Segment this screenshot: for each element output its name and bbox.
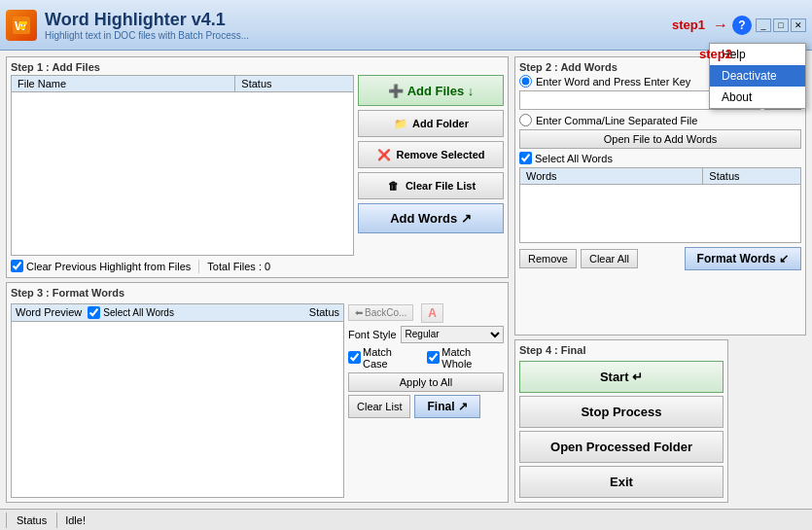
font-style-row: Font Style Regular Bold Italic	[348, 326, 504, 343]
font-style-label: Font Style	[348, 329, 397, 340]
step1-footer: Clear Previous Highlight from Files Tota…	[11, 260, 504, 273]
radio2-row: Enter Comma/Line Separated File	[519, 114, 801, 126]
clear-highlight-checkbox[interactable]	[11, 260, 23, 272]
file-buttons: ➕ Add Files ↓ 📁 Add Folder ❌ Remove Sele…	[358, 75, 504, 256]
open-processed-folder-button[interactable]: Open Processed Folder	[519, 431, 724, 463]
radio1-label: Enter Word and Press Enter Key	[536, 76, 690, 88]
window-buttons: _ □ ✕	[756, 18, 806, 32]
add-words-label: Add Words ↗	[390, 211, 472, 226]
font-color-icon: A	[428, 306, 437, 320]
exit-button[interactable]: Exit	[519, 466, 724, 498]
status-col: Status	[309, 306, 339, 318]
menu-item-about[interactable]: About	[710, 87, 805, 108]
back-color-label: BackCo...	[365, 307, 406, 318]
wp-header: Word Preview Select All Words Status	[11, 303, 344, 322]
select-all-words-cb[interactable]	[519, 152, 532, 164]
file-table-header: File Name Status	[11, 75, 354, 92]
match-whole-label[interactable]: Match Whole	[427, 346, 504, 370]
final-button[interactable]: Final ↗	[414, 395, 479, 418]
select-all-words-checkbox[interactable]	[88, 306, 100, 319]
step4-box: Step 4 : Final Start ↵ Stop Process Open…	[514, 339, 728, 503]
open-processed-folder-label: Open Processed Folder	[550, 440, 692, 454]
apply-to-all-button[interactable]: Apply to All	[348, 372, 504, 392]
title-right: step1 → ? _ □ ✕ Help Deactivate About st…	[672, 16, 806, 35]
font-color-button[interactable]: A	[421, 303, 443, 323]
main-content: Step 1 : Add Files File Name Status ➕ Ad…	[0, 51, 812, 509]
remove-selected-button[interactable]: ❌ Remove Selected	[358, 141, 504, 168]
file-table: File Name Status ➕ Add Files ↓ 📁 Add Fol…	[11, 75, 504, 256]
remove-selected-label: Remove Selected	[396, 149, 484, 160]
clear-all-label: Clear All	[589, 253, 629, 265]
format-controls: ⬅ BackCo... A Font Style Regular Bold	[348, 303, 504, 499]
add-words-button[interactable]: Add Words ↗	[358, 203, 504, 233]
words-footer: Remove Clear All Format Words ↙	[519, 247, 801, 270]
idle-text: Idle!	[57, 512, 93, 528]
file-status-header: Status	[235, 76, 353, 91]
menu-item-deactivate[interactable]: Deactivate	[710, 65, 805, 87]
color-row: ⬅ BackCo... A	[348, 303, 504, 323]
title-bar: W Word Highlighter v4.1 Highlight text i…	[0, 0, 812, 51]
step1-box: Step 1 : Add Files File Name Status ➕ Ad…	[6, 56, 509, 278]
step3-footer: Clear List Final ↗	[348, 395, 504, 418]
step1-label: step1	[672, 18, 705, 32]
back-color-button[interactable]: ⬅ BackCo...	[348, 304, 413, 321]
select-all-words-label[interactable]: Select All Words	[88, 306, 174, 319]
select-all-words-text: Select All Words	[103, 307, 174, 318]
maximize-button[interactable]: □	[773, 18, 789, 32]
file-table-body[interactable]	[11, 92, 354, 256]
help-button[interactable]: ?	[732, 16, 752, 35]
open-file-label: Open File to Add Words	[604, 133, 718, 145]
stop-process-label: Stop Process	[581, 405, 661, 419]
clear-all-button[interactable]: Clear All	[581, 249, 638, 268]
title-left: W Word Highlighter v4.1 Highlight text i…	[6, 10, 249, 41]
file-name-header: File Name	[12, 76, 235, 91]
words-table-header: Words Status	[519, 167, 801, 185]
add-files-icon: ➕	[388, 83, 404, 98]
step3-box: Step 3 : Format Words Word Preview Selec…	[6, 282, 509, 504]
add-files-label: Add Files ↓	[407, 84, 475, 98]
match-case-row: Match Case Match Whole	[348, 346, 504, 370]
arrow-right-icon: →	[713, 17, 728, 34]
exit-label: Exit	[610, 475, 633, 489]
radio2-label: Enter Comma/Line Separated File	[536, 115, 697, 126]
clear-icon: 🗑	[386, 178, 402, 194]
format-words-button[interactable]: Format Words ↙	[685, 247, 801, 270]
open-file-button[interactable]: Open File to Add Words	[519, 129, 801, 149]
words-col-header: Words	[520, 168, 703, 184]
clear-highlight-checkbox-label[interactable]: Clear Previous Highlight from Files	[11, 260, 191, 272]
add-folder-button[interactable]: 📁 Add Folder	[358, 110, 504, 137]
clear-file-list-button[interactable]: 🗑 Clear File List	[358, 172, 504, 199]
words-table-body[interactable]	[519, 185, 801, 243]
remove-icon: ❌	[376, 147, 392, 162]
close-button[interactable]: ✕	[791, 18, 806, 32]
app-subtitle: Highlight text in DOC files with Batch P…	[45, 30, 249, 41]
stop-process-button[interactable]: Stop Process	[519, 396, 724, 428]
app-icon: W	[6, 10, 37, 41]
status-tab[interactable]: Status	[6, 512, 57, 528]
footer-divider	[198, 260, 199, 273]
add-files-button[interactable]: ➕ Add Files ↓	[358, 75, 504, 106]
start-button[interactable]: Start ↵	[519, 361, 724, 393]
wp-body[interactable]	[11, 322, 344, 499]
match-case-checkbox[interactable]	[348, 351, 361, 364]
format-words-label: Format Words ↙	[697, 252, 789, 265]
radio-enter-word[interactable]	[519, 75, 532, 88]
font-style-select[interactable]: Regular Bold Italic	[401, 326, 504, 343]
words-status-header: Status	[703, 168, 800, 184]
select-all-words-row[interactable]: Select All Words	[519, 152, 801, 164]
match-whole-text: Match Whole	[441, 346, 504, 370]
minimize-button[interactable]: _	[756, 18, 771, 32]
right-panel: Step 2 : Add Words Enter Word and Press …	[514, 56, 806, 503]
title-text-block: Word Highlighter v4.1 Highlight text in …	[45, 10, 249, 41]
step3-title: Step 3 : Format Words	[11, 287, 504, 300]
clear-list-button[interactable]: Clear List	[348, 395, 410, 418]
radio-comma-file[interactable]	[519, 114, 532, 126]
clear-list-label: Clear List	[357, 401, 402, 412]
app-title: Word Highlighter v4.1	[45, 10, 249, 30]
final-label: Final ↗	[427, 400, 467, 413]
match-whole-checkbox[interactable]	[427, 351, 440, 364]
word-preview-col: Word Preview	[16, 306, 82, 318]
remove-word-button[interactable]: Remove	[519, 249, 577, 268]
left-panel: Step 1 : Add Files File Name Status ➕ Ad…	[6, 56, 509, 503]
match-case-label[interactable]: Match Case	[348, 346, 419, 370]
